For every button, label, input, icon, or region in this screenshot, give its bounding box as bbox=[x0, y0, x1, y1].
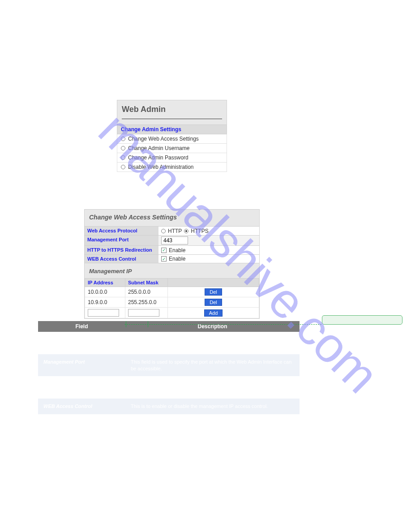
cell-mask: 255.0.0.0 bbox=[125, 287, 168, 297]
description-table: Field Description Web Access Protocol Th… bbox=[38, 321, 300, 414]
field-value: HTTP HTTPS bbox=[158, 227, 259, 235]
management-ip-table: IP Address Subnet Mask 10.0.0.0 255.0.0.… bbox=[85, 278, 259, 318]
field-value: ✓ Enable bbox=[158, 246, 259, 254]
cell-desc: This is to enable or disable the managem… bbox=[125, 399, 300, 414]
option-label: Disable Web Administration bbox=[128, 164, 194, 170]
field-value bbox=[158, 236, 259, 245]
table-row: 10.9.0.0 255.255.0.0 Del bbox=[85, 297, 259, 308]
radio-https-label: HTTPS bbox=[191, 228, 208, 234]
col-ip-address: IP Address bbox=[85, 279, 125, 287]
option-label: Change Admin Password bbox=[128, 154, 188, 161]
radio-icon bbox=[121, 146, 125, 150]
callout-tick-icon bbox=[126, 321, 126, 327]
cell-ip: 10.0.0.0 bbox=[85, 287, 125, 297]
radio-icon bbox=[121, 165, 125, 169]
table-header-row: Field Description bbox=[38, 321, 300, 332]
col-actions bbox=[168, 279, 259, 287]
checkbox-label: Enable bbox=[169, 247, 185, 253]
table-row-add: Add bbox=[85, 308, 259, 318]
change-admin-settings-header: Change Admin Settings bbox=[117, 125, 227, 134]
radio-icon bbox=[121, 155, 125, 160]
table-row: 10.0.0.0 255.0.0.0 Del bbox=[85, 287, 259, 297]
table-row: Web Access Protocol This field is used t… bbox=[38, 332, 300, 354]
field-label: Management Port bbox=[85, 236, 158, 245]
cell-field: Management Port bbox=[38, 354, 125, 377]
col-description: Description bbox=[125, 321, 300, 332]
panel-header: Web Admin bbox=[117, 100, 227, 125]
row-management-port: Management Port bbox=[85, 235, 259, 245]
add-button[interactable]: Add bbox=[204, 309, 223, 317]
del-button[interactable]: Del bbox=[205, 288, 222, 296]
checkbox-redirection[interactable]: ✓ bbox=[161, 248, 167, 253]
field-label: HTTP to HTTPS Redirection bbox=[85, 246, 158, 254]
table-row: WEB Access Control This is to enable or … bbox=[38, 399, 300, 414]
change-web-access-panel: Change Web Access Settings Web Access Pr… bbox=[84, 209, 260, 319]
radio-http-label: HTTP bbox=[168, 228, 182, 234]
callout-dashed-line bbox=[124, 324, 321, 325]
cell-ip: 10.9.0.0 bbox=[85, 297, 125, 308]
cell-field: Web Access Protocol bbox=[38, 332, 125, 354]
row-web-access-protocol: Web Access Protocol HTTP HTTPS bbox=[85, 226, 259, 235]
cell-field: HTTP to HTTPS Redirection bbox=[38, 376, 125, 399]
col-field: Field bbox=[38, 321, 125, 332]
web-admin-panel: Web Admin Change Admin Settings Change W… bbox=[117, 100, 227, 172]
option-label: Change Admin Username bbox=[128, 145, 189, 151]
checkbox-wac[interactable]: ✓ bbox=[161, 256, 167, 262]
panel2-title: Change Web Access Settings bbox=[85, 210, 259, 226]
management-ip-heading: Management IP bbox=[85, 263, 259, 278]
row-http-https-redirection: HTTP to HTTPS Redirection ✓ Enable bbox=[85, 245, 259, 254]
cell-mask: 255.255.0.0 bbox=[125, 297, 168, 308]
field-value: ✓ Enable bbox=[158, 255, 259, 263]
table-row: HTTP to HTTPS Redirection When this opti… bbox=[38, 376, 300, 399]
col-subnet-mask: Subnet Mask bbox=[125, 279, 168, 287]
option-change-admin-username[interactable]: Change Admin Username bbox=[117, 144, 227, 153]
new-ip-input[interactable] bbox=[88, 309, 119, 317]
table-row: Management Port This field is used to sp… bbox=[38, 354, 300, 377]
del-button[interactable]: Del bbox=[205, 299, 222, 306]
checkbox-label: Enable bbox=[169, 256, 185, 262]
field-label: Web Access Protocol bbox=[85, 227, 158, 235]
row-web-access-control: WEB Access Control ✓ Enable bbox=[85, 254, 259, 263]
option-change-admin-password[interactable]: Change Admin Password bbox=[117, 153, 227, 163]
field-label: WEB Access Control bbox=[85, 255, 158, 263]
cell-desc: This field is used to specify the port a… bbox=[125, 354, 300, 377]
callout-tick-icon bbox=[148, 321, 148, 327]
cell-desc: This field is used to specify the protoc… bbox=[125, 332, 300, 354]
new-mask-input[interactable] bbox=[128, 309, 159, 317]
radio-https[interactable] bbox=[184, 229, 188, 233]
radio-icon bbox=[121, 137, 125, 141]
option-disable-web-admin[interactable]: Disable Web Administration bbox=[117, 163, 227, 172]
option-change-web-access[interactable]: Change Web Access Settings bbox=[117, 134, 227, 144]
cell-field: WEB Access Control bbox=[38, 399, 125, 414]
radio-http[interactable] bbox=[161, 229, 166, 233]
callout-box bbox=[322, 315, 402, 325]
cell-desc: When this option is enabled, any HTTP ac… bbox=[125, 376, 300, 399]
option-label: Change Web Access Settings bbox=[128, 136, 199, 142]
management-port-input[interactable] bbox=[161, 236, 188, 245]
panel-title: Web Admin bbox=[122, 105, 222, 119]
